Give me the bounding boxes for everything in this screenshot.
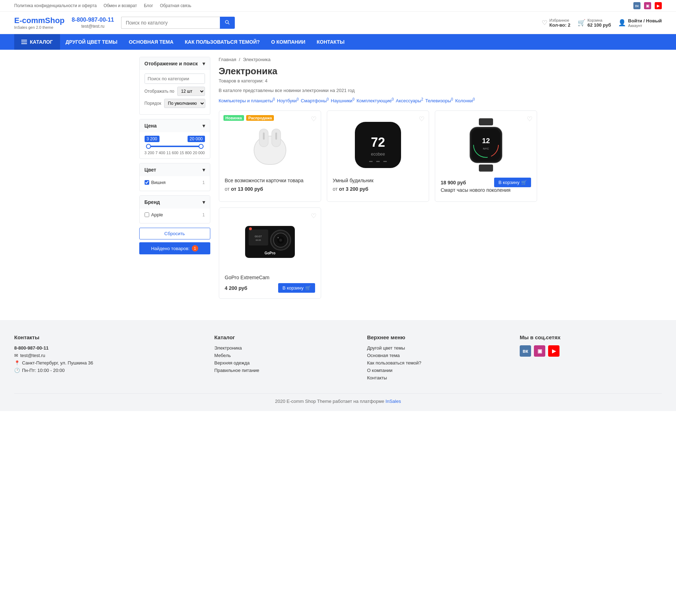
cart-action[interactable]: 🛒 Корзина 62 100 руб [578, 18, 611, 28]
product-card-4[interactable]: ♡ 00:07 00:05 GoPro [219, 207, 321, 299]
order-select[interactable]: По умолчанию [164, 99, 205, 108]
price-range-thumb-min[interactable] [146, 144, 151, 149]
filter-price-header[interactable]: Цена ▾ [140, 119, 210, 132]
cat-tag-speakers[interactable]: Колонки0 [455, 97, 475, 103]
breadcrumb-home[interactable]: Главная [219, 57, 236, 62]
topbar-link-feedback[interactable]: Обратная связь [160, 3, 191, 8]
sidebar: Отображение и поиск ▾ 🔍 Отображать по 12… [139, 57, 210, 299]
product-card-3[interactable]: ♡ 12 NYC 18 900 руб [435, 110, 537, 202]
products-count: Товаров в категории: 4 [219, 78, 537, 83]
color-cherry-checkbox[interactable] [145, 180, 149, 185]
svg-rect-16 [472, 129, 500, 161]
cat-tag-laptops[interactable]: Ноутбуки0 [277, 97, 299, 103]
vk-icon[interactable]: вк [633, 2, 640, 9]
account-action[interactable]: 👤 Войти / Новый Аккаунт [618, 18, 662, 28]
nav-catalog[interactable]: КАТАЛОГ [14, 34, 60, 50]
product-name-1: Все возможности карточки товара [225, 178, 315, 183]
price-range-labels: 3 200 20 000 [145, 136, 205, 142]
footer-bottom: 2020 E-comm Shop Theme работает на платф… [14, 393, 662, 404]
footer-social-icons: вк ▣ ▶ [520, 345, 662, 357]
footer-vk-icon[interactable]: вк [520, 345, 531, 357]
cat-tag-headphones[interactable]: Наушники0 [331, 97, 354, 103]
footer-catalog-furniture[interactable]: Мебель [214, 353, 356, 358]
wishlist-btn-1[interactable]: ♡ [311, 115, 317, 123]
topbar-link-blog[interactable]: Блог [144, 3, 153, 8]
cat-tag-accessories[interactable]: Аксессуары2 [396, 97, 423, 103]
footer-catalog-electronics[interactable]: Электроника [214, 345, 356, 351]
account-sub: Аккаунт [628, 23, 662, 28]
footer-instagram-icon[interactable]: ▣ [534, 345, 545, 357]
topbar-links: Политика конфиденциальности и оферта Обм… [14, 3, 197, 8]
reset-button[interactable]: Сбросить [139, 228, 210, 239]
footer-menu-contacts[interactable]: Контакты [367, 375, 509, 380]
svg-text:12: 12 [482, 137, 490, 145]
location-icon: 📍 [14, 360, 20, 366]
footer-catalog-nutrition[interactable]: Правильное питание [214, 368, 356, 373]
svg-rect-12 [383, 161, 387, 162]
filter-brand-header[interactable]: Бренд ▾ [140, 196, 210, 209]
catalog-text: В каталоге представлены все новинки элек… [219, 88, 537, 93]
footer-phone[interactable]: 8-800-987-00-11 [14, 345, 204, 351]
filter-display-header[interactable]: Отображение и поиск ▾ [140, 57, 210, 70]
footer-catalog-clothing[interactable]: Верхняя одежда [214, 360, 356, 366]
nav-item-main-theme[interactable]: ОСНОВНАЯ ТЕМА [123, 34, 179, 50]
topbar-link-privacy[interactable]: Политика конфиденциальности и оферта [14, 3, 97, 8]
footer-menu-how-to[interactable]: Как пользоваться темой? [367, 360, 509, 366]
product-card-1[interactable]: Новинка Распродажа ♡ Все возможности кар… [219, 110, 321, 202]
youtube-icon[interactable]: ▶ [655, 2, 662, 9]
header-phone-number[interactable]: 8-800-987-00-11 [72, 17, 114, 23]
brand-apple-checkbox[interactable] [145, 212, 149, 217]
breadcrumb-current: Электроника [243, 57, 271, 62]
add-to-cart-btn-4[interactable]: В корзину 🛒 [278, 283, 315, 293]
cat-tag-smartphones[interactable]: Смартфоны0 [301, 97, 329, 103]
search-button[interactable] [220, 17, 235, 29]
clock-icon: 🕐 [14, 368, 20, 373]
found-button[interactable]: Найдено товаров: 1 [139, 242, 210, 254]
nav-item-about[interactable]: О КОМПАНИИ [265, 34, 311, 50]
search-input[interactable] [121, 17, 220, 29]
product-grid-2: ♡ 00:07 00:05 GoPro [219, 207, 537, 299]
main-content: Главная / Электроника Электроника Товаро… [219, 57, 537, 299]
instagram-icon[interactable]: ▣ [644, 2, 651, 9]
cart-icon-3: 🛒 [521, 180, 527, 185]
nav-item-contacts[interactable]: КОНТАКТЫ [311, 34, 350, 50]
add-to-cart-btn-3[interactable]: В корзину 🛒 [494, 178, 531, 187]
search-wrap [121, 17, 235, 29]
footer-platform-link[interactable]: InSales [385, 399, 401, 404]
order-label: Порядок [145, 101, 161, 106]
main-container: Отображение и поиск ▾ 🔍 Отображать по 12… [125, 50, 551, 306]
footer-social: Мы в соц.сетях вк ▣ ▶ [520, 334, 662, 383]
price-range-ticks: 3 200 7 400 11 600 15 800 20 000 [145, 151, 205, 155]
svg-text:ecobee: ecobee [371, 152, 385, 157]
topbar-social: вк ▣ ▶ [633, 2, 662, 9]
chevron-down-icon-brand: ▾ [202, 199, 205, 205]
logo[interactable]: E-commShop InSales gen 2.0 theme [14, 16, 65, 29]
cat-tag-components[interactable]: Комплектующие0 [357, 97, 394, 103]
category-tags: Компьютеры и планшеты0 Ноутбуки0 Смартфо… [219, 97, 537, 103]
svg-text:GoPro: GoPro [264, 251, 275, 255]
price-range-thumb-max[interactable] [199, 144, 204, 149]
filter-color-section: Цвет ▾ Вишня 1 [139, 163, 210, 191]
topbar-link-exchange[interactable]: Обмен и возврат [103, 3, 137, 8]
cat-tag-computers[interactable]: Компьютеры и планшеты0 [219, 97, 275, 103]
nav-item-theme-color[interactable]: ДРУГОЙ ЦВЕТ ТЕМЫ [60, 34, 123, 50]
filter-display-section: Отображение и поиск ▾ 🔍 Отображать по 12… [139, 57, 210, 115]
product-card-2[interactable]: ♡ 72 ecobee Умный будильник от от 3 200 … [327, 110, 429, 202]
footer-menu-about[interactable]: О компании [367, 368, 509, 373]
search-category-input[interactable] [145, 74, 205, 83]
svg-rect-2 [254, 136, 286, 164]
footer-address: 📍 Санкт-Петербург, ул. Пушкина 36 [14, 360, 204, 366]
footer-youtube-icon[interactable]: ▶ [548, 345, 559, 357]
nav-item-how-to[interactable]: КАК ПОЛЬЗОВАТЬСЯ ТЕМОЙ? [179, 34, 265, 50]
display-by-select[interactable]: 12 шт [177, 87, 205, 96]
filter-color-header[interactable]: Цвет ▾ [140, 163, 210, 176]
footer-menu-theme-color[interactable]: Другой цвет темы [367, 345, 509, 351]
footer-menu-main-theme[interactable]: Основная тема [367, 353, 509, 358]
wishlist-btn-4[interactable]: ♡ [311, 212, 317, 220]
found-count-badge: 1 [192, 245, 198, 252]
wishlist-btn-2[interactable]: ♡ [419, 115, 424, 123]
badge-new-1: Новинка [223, 115, 244, 121]
wishlist-btn-3[interactable]: ♡ [527, 115, 532, 123]
wishlist-action[interactable]: ♡ Избранное Кол-во: 2 [542, 18, 570, 28]
cat-tag-tvs[interactable]: Телевизоры0 [425, 97, 453, 103]
